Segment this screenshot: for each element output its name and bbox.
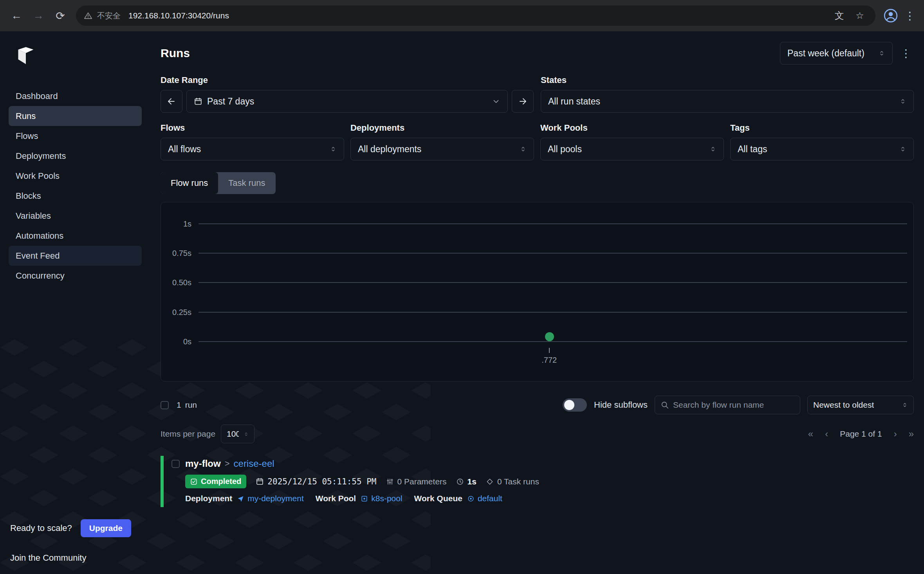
- gridline: [199, 341, 907, 342]
- flow-run-card: my-flow > cerise-eel Completed 2025/12/1…: [161, 456, 914, 507]
- sidebar-item-label: Variables: [16, 211, 51, 221]
- run-task-runs: 0 Task runs: [486, 477, 539, 486]
- warning-icon: [84, 11, 92, 20]
- y-axis-tick-label: 0.75s: [161, 249, 191, 258]
- run-duration: 1s: [456, 477, 476, 486]
- deployments-select[interactable]: All deployments: [350, 138, 534, 160]
- y-axis-tick-label: 0.25s: [161, 308, 191, 317]
- flows-select[interactable]: All flows: [161, 138, 344, 160]
- date-range-value: Past 7 days: [207, 96, 254, 107]
- rocket-icon: [237, 495, 244, 502]
- run-timestamp: 2025/12/15 05:11:55 PM: [256, 477, 376, 486]
- timestamp-value: 2025/12/15 05:11:55 PM: [267, 477, 376, 486]
- gridline: [199, 282, 907, 283]
- prefect-logo-icon[interactable]: [16, 45, 36, 66]
- date-prev-button[interactable]: [161, 90, 182, 113]
- sidebar-item-deployments[interactable]: Deployments: [9, 146, 142, 166]
- tags-label: Tags: [730, 123, 914, 133]
- date-next-button[interactable]: [512, 90, 534, 113]
- select-all-checkbox[interactable]: [161, 401, 169, 409]
- parameters-value: 0 Parameters: [397, 477, 447, 486]
- states-select[interactable]: All run states: [541, 90, 914, 113]
- unfold-icon: [244, 430, 249, 438]
- hide-subflows-toggle[interactable]: [563, 398, 587, 412]
- reload-button[interactable]: ⟳: [50, 5, 70, 26]
- date-range-select[interactable]: Past 7 days: [186, 90, 508, 113]
- run-checkbox[interactable]: [171, 460, 180, 468]
- time-range-value: Past week (default): [787, 48, 864, 59]
- items-per-page-select[interactable]: 100: [221, 425, 254, 443]
- sidebar-item-flows[interactable]: Flows: [9, 126, 142, 146]
- y-axis-tick-label: 1s: [161, 220, 191, 229]
- page-indicator: Page 1 of 1: [840, 429, 882, 439]
- work-pool-link[interactable]: k8s-pool: [361, 494, 402, 503]
- sidebar-item-blocks[interactable]: Blocks: [9, 186, 142, 206]
- page-header: Runs Past week (default) ⋮: [161, 41, 914, 66]
- chevron-down-icon: [492, 97, 500, 106]
- next-page-button[interactable]: ›: [894, 428, 897, 439]
- arrow-right-icon: [518, 97, 527, 106]
- x-axis-tick: [549, 348, 550, 353]
- date-range-filter: Date Range Past 7 days: [161, 75, 534, 113]
- sidebar-item-label: Event Feed: [16, 251, 60, 261]
- arrow-left-icon: [167, 97, 176, 106]
- person-icon: [883, 8, 899, 23]
- profile-avatar[interactable]: [882, 7, 899, 24]
- sidebar-item-event-feed[interactable]: Event Feed: [9, 246, 142, 266]
- tab-flow-runs[interactable]: Flow runs: [161, 172, 218, 194]
- search-input[interactable]: [673, 400, 794, 410]
- sidebar-item-automations[interactable]: Automations: [9, 226, 142, 246]
- sidebar-item-runs[interactable]: Runs: [9, 106, 142, 126]
- y-axis-tick-label: 0.50s: [161, 278, 191, 287]
- parameters-icon: [386, 478, 394, 486]
- flows-label: Flows: [161, 123, 344, 133]
- flow-name-link[interactable]: my-flow: [185, 458, 221, 469]
- run-type-tabs: Flow runs Task runs: [161, 172, 276, 194]
- url-text: 192.168.10.107:30420/runs: [128, 11, 229, 20]
- sidebar-item-variables[interactable]: Variables: [9, 206, 142, 226]
- run-name-link[interactable]: cerise-eel: [234, 458, 274, 469]
- sidebar-item-label: Blocks: [16, 191, 41, 201]
- sidebar-item-work-pools[interactable]: Work Pools: [9, 166, 142, 186]
- sidebar-item-label: Runs: [16, 111, 36, 121]
- work-queue-link[interactable]: default: [467, 494, 502, 503]
- page-menu-button[interactable]: ⋮: [898, 47, 914, 60]
- states-filter: States All run states: [541, 75, 914, 113]
- work-pools-select[interactable]: All pools: [540, 138, 724, 160]
- tags-select[interactable]: All tags: [730, 138, 914, 160]
- back-button[interactable]: ←: [6, 5, 27, 26]
- run-parameters: 0 Parameters: [386, 477, 447, 486]
- sidebar-item-dashboard[interactable]: Dashboard: [9, 86, 142, 106]
- translate-icon[interactable]: 文: [832, 8, 847, 23]
- toggle-knob: [564, 400, 574, 410]
- gridline: [199, 253, 907, 254]
- sidebar-footer: Ready to scale? Upgrade Join the Communi…: [0, 519, 150, 563]
- browser-menu-button[interactable]: ⋮: [902, 9, 918, 22]
- bookmark-star-icon[interactable]: ☆: [852, 8, 868, 23]
- app-shell: Dashboard Runs Flows Deployments Work Po…: [0, 31, 924, 574]
- calendar-icon: [256, 477, 264, 486]
- run-count-number: 1: [177, 400, 181, 410]
- work-pool-value: k8s-pool: [371, 494, 402, 503]
- flow-run-point[interactable]: [545, 332, 554, 341]
- first-page-button[interactable]: «: [808, 428, 813, 439]
- flows-value: All flows: [168, 144, 201, 155]
- run-count: 1 run: [177, 400, 197, 410]
- address-bar[interactable]: 不安全 192.168.10.107:30420/runs 文 ☆: [76, 5, 875, 26]
- time-range-selector[interactable]: Past week (default): [780, 42, 893, 65]
- work-pools-value: All pools: [548, 144, 582, 155]
- work-queue-label: Work Queue: [414, 494, 462, 503]
- tab-task-runs[interactable]: Task runs: [218, 172, 275, 194]
- last-page-button[interactable]: »: [909, 428, 914, 439]
- upgrade-button[interactable]: Upgrade: [81, 519, 131, 537]
- sidebar-item-concurrency[interactable]: Concurrency: [9, 266, 142, 286]
- prev-page-button[interactable]: ‹: [825, 428, 828, 439]
- join-community-link[interactable]: Join the Community: [10, 553, 140, 563]
- work-pool-label: Work Pool: [316, 494, 356, 503]
- sort-select[interactable]: Newest to oldest: [807, 396, 914, 414]
- sidebar-item-label: Automations: [16, 231, 63, 241]
- deployment-link[interactable]: my-deployment: [237, 494, 304, 503]
- states-value: All run states: [548, 96, 600, 107]
- secondary-filters: Flows All flows Deployments All deployme…: [161, 123, 914, 160]
- forward-button[interactable]: →: [28, 5, 49, 26]
